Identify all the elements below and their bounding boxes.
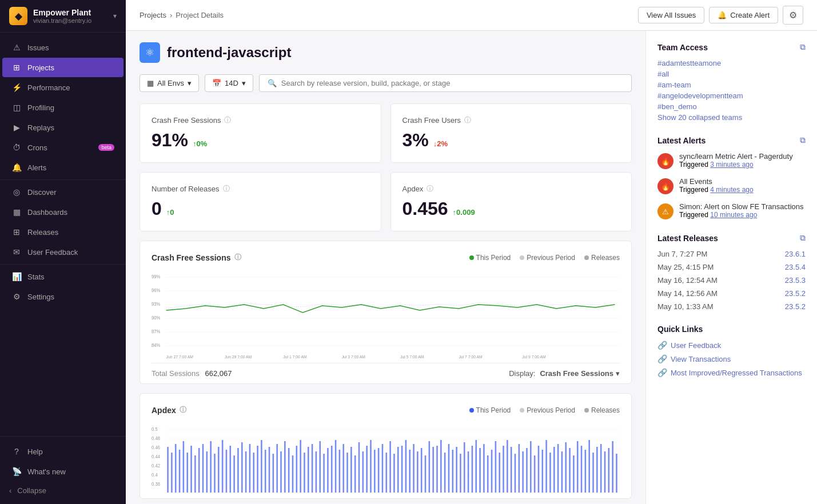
number-of-releases-card: Number of Releases ⓘ 0 ↑0 (140, 172, 381, 231)
search-input[interactable] (281, 79, 623, 87)
crash-free-users-card: Crash Free Users ⓘ 3% ↓2% (390, 103, 632, 163)
chevron-down-icon: ▾ (113, 12, 117, 20)
sidebar-item-stats[interactable]: 📊 Stats (2, 267, 123, 286)
crash-free-users-info-icon: ⓘ (464, 115, 471, 125)
crash-free-sessions-label: Crash Free Sessions ⓘ (152, 115, 369, 125)
svg-rect-74 (331, 446, 333, 493)
svg-rect-110 (472, 446, 473, 493)
team-link-1[interactable]: #all (657, 70, 806, 78)
crash-chart-info-icon: ⓘ (234, 253, 241, 262)
quick-link-1[interactable]: 🔗 View Transactions (657, 354, 806, 363)
svg-rect-40 (198, 448, 200, 493)
legend-this-period: This Period (469, 254, 511, 262)
sidebar-item-alerts[interactable]: 🔔 Alerts (2, 158, 123, 177)
release-version-3[interactable]: 23.5.2 (785, 289, 806, 298)
right-panel: Team Access ⧉ #adamtestteamone #all #am-… (645, 31, 817, 504)
alert-time-0: Triggered 3 minutes ago (679, 161, 793, 169)
svg-rect-127 (538, 446, 540, 493)
project-icon: ⚛ (140, 42, 160, 63)
sidebar-item-discover[interactable]: ◎ Discover (2, 182, 123, 202)
sidebar-item-performance[interactable]: ⚡ Performance (2, 78, 123, 97)
sidebar-item-crons[interactable]: ⏱ Crons beta (2, 138, 123, 157)
alert-name-0: sync/learn Metric Alert - Pagerduty (679, 152, 793, 161)
quick-link-2[interactable]: 🔗 Most Improved/Regressed Transactions (657, 368, 806, 377)
svg-text:Jun 29 7:00 AM: Jun 29 7:00 AM (225, 354, 252, 359)
quick-link-0[interactable]: 🔗 User Feedback (657, 341, 806, 350)
alert-item-1: 🔥 All Events Triggered 4 minutes ago (657, 177, 806, 194)
whats-new-icon: 📡 (11, 466, 22, 477)
release-version-4[interactable]: 23.5.2 (785, 302, 806, 311)
sidebar-item-projects[interactable]: ⊞ Projects (2, 58, 123, 77)
svg-rect-129 (545, 440, 547, 493)
svg-rect-60 (276, 444, 278, 493)
sidebar-item-label: Performance (27, 83, 70, 92)
collapse-sidebar-button[interactable]: ‹ Collapse (0, 482, 126, 499)
sidebar-item-help[interactable]: ? Help (2, 442, 123, 461)
create-alert-button[interactable]: 🔔 Create Alert (709, 7, 778, 23)
svg-rect-83 (366, 446, 368, 493)
sidebar-item-replays[interactable]: ▶ Replays (2, 118, 123, 137)
number-of-releases-info-icon: ⓘ (223, 184, 230, 194)
view-all-issues-button[interactable]: View All Issues (638, 7, 704, 23)
release-version-2[interactable]: 23.5.3 (785, 276, 806, 285)
breadcrumb-projects-link[interactable]: Projects (140, 11, 166, 19)
team-link-3[interactable]: #angelodevelopmentteam (657, 91, 806, 100)
settings-icon: ⚙ (11, 291, 22, 302)
sidebar-item-label: Releases (27, 228, 58, 237)
svg-rect-124 (526, 448, 528, 493)
show-more-teams[interactable]: Show 20 collapsed teams (657, 113, 806, 122)
sidebar-item-issues[interactable]: ⚠ Issues (2, 38, 123, 57)
apdex-card: Apdex ⓘ 0.456 ↑0.009 (390, 172, 632, 231)
team-access-external-icon[interactable]: ⧉ (800, 42, 806, 52)
svg-rect-102 (440, 440, 442, 493)
sidebar-item-settings[interactable]: ⚙ Settings (2, 287, 123, 306)
env-filter-button[interactable]: ▦ All Envs ▾ (140, 74, 199, 92)
release-version-0[interactable]: 23.6.1 (785, 250, 806, 258)
svg-rect-65 (296, 446, 298, 493)
sidebar-item-dashboards[interactable]: ▦ Dashboards (2, 202, 123, 222)
sidebar-item-releases[interactable]: ⊞ Releases (2, 222, 123, 242)
release-date-1: May 25, 4:15 PM (657, 263, 714, 271)
team-link-0[interactable]: #adamtestteamone (657, 59, 806, 67)
sidebar-item-label: What's new (27, 467, 66, 476)
svg-text:Jul 5 7:00 AM: Jul 5 7:00 AM (400, 354, 424, 359)
apdex-delta: ↑0.009 (453, 208, 475, 217)
svg-text:0.46: 0.46 (152, 444, 160, 450)
svg-rect-98 (425, 455, 427, 493)
period-chevron-icon: ▾ (242, 79, 246, 87)
content-main: ⚛ frontend-javascript ▦ All Envs ▾ 📅 14D… (126, 31, 645, 504)
svg-rect-141 (592, 453, 594, 493)
team-link-4[interactable]: #ben_demo (657, 102, 806, 111)
alert-time-link-1[interactable]: 4 minutes ago (710, 186, 753, 194)
svg-rect-146 (612, 441, 613, 493)
latest-releases-external-icon[interactable]: ⧉ (800, 233, 806, 243)
alert-time-link-2[interactable]: 10 minutes ago (710, 211, 757, 219)
sidebar-header[interactable]: ◆ Empower Plant vivian.tran@sentry.io ▾ (0, 0, 126, 33)
team-access-section: Team Access ⧉ #adamtestteamone #all #am-… (657, 42, 806, 122)
sidebar-item-user-feedback[interactable]: ✉ User Feedback (2, 242, 123, 262)
number-of-releases-delta: ↑0 (166, 208, 174, 217)
period-label: 14D (225, 79, 238, 87)
alert-time-link-0[interactable]: 3 minutes ago (710, 161, 753, 169)
svg-rect-137 (577, 441, 579, 493)
link-icon-0: 🔗 (657, 341, 667, 350)
sidebar-item-whats-new[interactable]: 📡 What's new (2, 462, 123, 481)
svg-rect-86 (378, 448, 380, 493)
svg-rect-106 (456, 447, 457, 493)
sidebar-item-profiling[interactable]: ◫ Profiling (2, 98, 123, 117)
team-link-2[interactable]: #am-team (657, 81, 806, 89)
svg-rect-131 (553, 447, 555, 493)
apdex-legend-this-period: This Period (469, 406, 511, 414)
release-version-1[interactable]: 23.5.4 (785, 263, 806, 271)
period-filter-button[interactable]: 📅 14D ▾ (205, 74, 253, 92)
search-icon: 🔍 (268, 79, 277, 87)
crash-free-sessions-delta: ↑0% (193, 139, 207, 148)
sidebar-item-label: Help (27, 447, 43, 456)
svg-rect-77 (342, 444, 344, 493)
svg-rect-56 (261, 440, 262, 493)
display-select[interactable]: Display: Crash Free Sessions ▾ (509, 369, 620, 378)
latest-alerts-external-icon[interactable]: ⧉ (800, 135, 806, 145)
svg-rect-99 (429, 441, 431, 493)
settings-button[interactable]: ⚙ (783, 6, 803, 25)
svg-rect-67 (304, 453, 305, 493)
